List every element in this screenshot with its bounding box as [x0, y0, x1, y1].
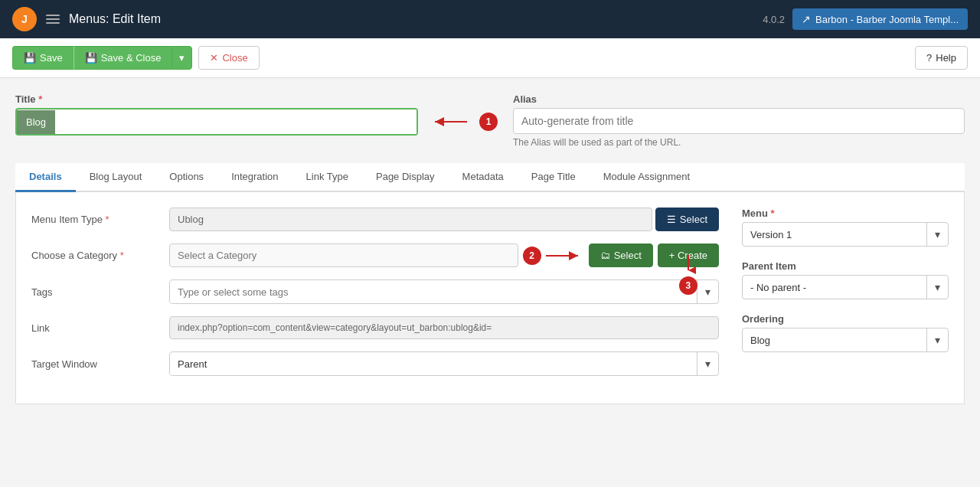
help-button[interactable]: ? Help	[915, 46, 968, 70]
menu-select-value: Version 1	[743, 224, 926, 246]
help-label: Help	[936, 52, 956, 64]
tab-integration[interactable]: Integration	[217, 163, 292, 192]
list-icon: ☰	[667, 214, 676, 225]
page-heading: Menus: Edit Item	[69, 12, 161, 26]
help-icon: ?	[926, 52, 932, 64]
save-button[interactable]: 💾 Save	[12, 46, 74, 70]
panel-layout: Menu Item Type * ☰ Select Choose a C	[31, 208, 949, 388]
tags-label: Tags	[31, 286, 162, 298]
annotation-badge-3: 3	[679, 276, 697, 295]
site-button[interactable]: ↗ Barbon - Barber Joomla Templ...	[792, 8, 968, 30]
title-required: *	[38, 93, 42, 105]
tab-link-type[interactable]: Link Type	[292, 163, 362, 192]
chevron-down-icon: ▾	[179, 52, 185, 64]
menu-select[interactable]: Version 1 ▾	[742, 222, 949, 247]
annotation-2-arrow	[546, 248, 584, 263]
save-dropdown-button[interactable]: ▾	[172, 46, 192, 70]
tab-details[interactable]: Details	[15, 163, 76, 192]
tab-blog-layout[interactable]: Blog Layout	[76, 163, 156, 192]
category-select-icon: 🗂	[600, 250, 610, 261]
alias-field-group: Alias The Alias will be used as part of …	[513, 93, 965, 148]
parent-item-label: Parent Item	[742, 260, 949, 272]
target-caret-icon[interactable]: ▾	[697, 352, 718, 375]
create-btn-wrapper: + Create 3	[658, 244, 719, 267]
menu-right-label: Menu *	[742, 208, 949, 219]
tags-wrapper[interactable]: ▾	[169, 279, 719, 304]
panel-left: Menu Item Type * ☰ Select Choose a C	[31, 208, 719, 388]
title-input[interactable]	[55, 109, 416, 134]
ordering-field-group: Ordering Blog ▾	[742, 313, 949, 352]
save-label: Save	[40, 52, 63, 64]
target-select-wrapper[interactable]: Parent ▾	[169, 351, 719, 376]
menu-caret-icon[interactable]: ▾	[926, 223, 948, 246]
menu-item-type-control: ☰ Select	[169, 208, 719, 231]
save-group: 💾 Save 💾 Save & Close ▾	[12, 46, 192, 70]
parent-item-caret-icon[interactable]: ▾	[926, 276, 948, 299]
link-control	[169, 316, 719, 339]
choose-category-control: 2 🗂 Select + Create	[169, 244, 719, 267]
menu-item-type-input	[169, 208, 652, 231]
panel-right: Menu * Version 1 ▾ Parent Item - No pare…	[742, 208, 949, 388]
alias-label: Alias	[513, 93, 965, 105]
alias-hint: The Alias will be used as part of the UR…	[513, 137, 965, 148]
annotation-1-wrapper: 1	[429, 113, 498, 131]
category-select-label: Select	[614, 250, 642, 261]
title-label: Title *	[15, 93, 498, 105]
hamburger-menu[interactable]	[46, 15, 60, 24]
close-icon: ✕	[210, 52, 218, 64]
site-label: Barbon - Barber Joomla Templ...	[815, 14, 959, 25]
choose-category-row: Choose a Category * 2	[31, 244, 719, 267]
main-content: Title * Blog 1 Alias	[0, 78, 980, 420]
joomla-logo[interactable]: J	[12, 7, 37, 31]
save-close-icon: 💾	[85, 52, 97, 64]
save-close-button[interactable]: 💾 Save & Close	[74, 46, 172, 70]
tags-row: Tags ▾	[31, 279, 719, 304]
close-label: Close	[222, 52, 247, 64]
save-close-label: Save & Close	[101, 52, 162, 64]
target-value: Parent	[170, 353, 697, 375]
ordering-caret-icon[interactable]: ▾	[926, 328, 948, 351]
tags-input[interactable]	[170, 281, 697, 303]
tab-metadata[interactable]: Metadata	[449, 163, 518, 192]
topbar-left: J Menus: Edit Item	[12, 7, 161, 31]
parent-item-value: - No parent -	[743, 276, 926, 299]
tags-dropdown-icon[interactable]: ▾	[697, 280, 718, 303]
close-button[interactable]: ✕ Close	[198, 46, 259, 70]
tab-options[interactable]: Options	[155, 163, 217, 192]
alias-input[interactable]	[513, 108, 965, 134]
link-label: Link	[31, 322, 162, 334]
toolbar: 💾 Save 💾 Save & Close ▾ ✕ Close ? Help	[0, 38, 980, 78]
title-alias-row: Title * Blog 1 Alias	[15, 93, 965, 148]
menu-item-type-row: Menu Item Type * ☰ Select	[31, 208, 719, 231]
select-label: Select	[680, 214, 707, 225]
tab-module-assignment[interactable]: Module Assignment	[590, 163, 704, 192]
menu-item-type-label: Menu Item Type *	[31, 214, 162, 225]
tags-control: ▾	[169, 279, 719, 304]
menu-field-group: Menu * Version 1 ▾	[742, 208, 949, 247]
parent-item-select[interactable]: - No parent - ▾	[742, 275, 949, 299]
annotation-badge-1: 1	[479, 113, 498, 131]
target-window-row: Target Window Parent ▾	[31, 351, 719, 376]
version-badge: 4.0.2	[763, 14, 785, 25]
category-select-button[interactable]: 🗂 Select	[589, 244, 653, 267]
choose-category-label: Choose a Category *	[31, 250, 162, 261]
parent-item-field-group: Parent Item - No parent - ▾	[742, 260, 949, 299]
external-link-icon: ↗	[802, 13, 811, 25]
link-row: Link	[31, 316, 719, 339]
annotation-3-arrow	[681, 255, 696, 276]
title-input-wrapper: Blog	[15, 108, 418, 136]
tab-page-title[interactable]: Page Title	[518, 163, 590, 192]
tabs-bar: Details Blog Layout Options Integration …	[15, 163, 965, 192]
topbar-right: 4.0.2 ↗ Barbon - Barber Joomla Templ...	[763, 8, 968, 30]
link-input	[169, 316, 719, 339]
ordering-value: Blog	[743, 329, 926, 351]
title-field-group: Title * Blog 1	[15, 93, 498, 148]
target-window-label: Target Window	[31, 358, 162, 370]
tab-page-display[interactable]: Page Display	[362, 163, 449, 192]
category-input	[169, 244, 518, 267]
ordering-label: Ordering	[742, 313, 949, 325]
toolbar-buttons: 💾 Save 💾 Save & Close ▾ ✕ Close	[12, 46, 260, 70]
annotation-2-wrapper: 2	[523, 247, 584, 265]
menu-item-type-select-button[interactable]: ☰ Select	[655, 208, 719, 231]
ordering-select[interactable]: Blog ▾	[742, 328, 949, 352]
